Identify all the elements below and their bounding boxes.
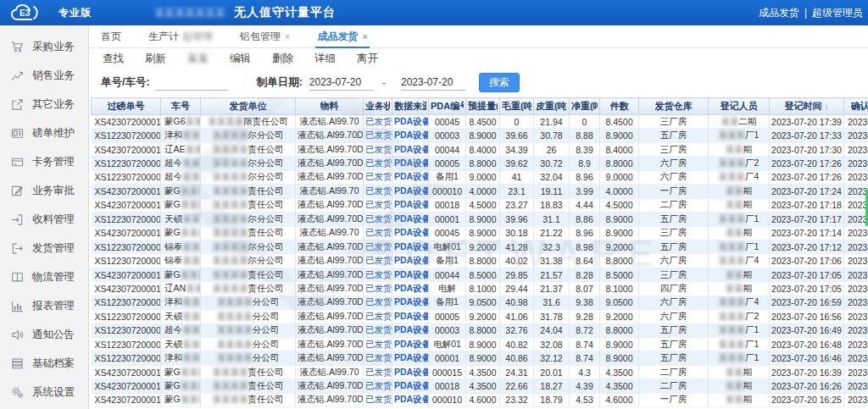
toolbar-button-刷新[interactable]: 刷新 [145, 52, 166, 66]
cell-gross-weight: 40.82 [500, 338, 534, 351]
cell-operator: 某某某厂4 [709, 254, 770, 268]
sidebar-item-receiving[interactable]: 收料管理 [0, 205, 88, 234]
sidebar-item-weighbill[interactable]: 磅单维护 [0, 119, 88, 147]
sidebar-item-archive[interactable]: 基础档案 [0, 349, 88, 378]
column-header-件数[interactable]: 件数 [600, 98, 639, 115]
column-header-确认时间[interactable]: 确认时间 [844, 98, 868, 115]
tab-铝包管理[interactable]: 铝包管理× [238, 25, 292, 47]
column-header-物料[interactable]: 物料 [296, 98, 364, 115]
cell-operator: 某某某厂4 [709, 296, 770, 309]
cell-bill-no: XS4230720000117 [92, 379, 161, 393]
cell-gross-weight: 41.06 [500, 310, 534, 323]
cell-gross-weight: 23.27 [500, 198, 534, 212]
tab-首页[interactable]: 首页 [99, 25, 123, 47]
toolbar-button-查找[interactable]: 查找 [103, 52, 124, 66]
cell-preset-qty: 8.9000 [466, 351, 500, 365]
table-row[interactable]: XS12230720000084津和某某某某某某某分公司液态铝.Al99.70D… [92, 351, 868, 365]
cell-status: 已发货 [364, 393, 392, 406]
cell-pieces: 8.9000 [600, 351, 639, 365]
table-row[interactable]: XS12230720000082锦泰某某某某某某某尔分公司液态铝.Al99.70… [92, 254, 868, 268]
sidebar-item-purchase[interactable]: 采购业务 [0, 32, 88, 61]
table-row[interactable]: XS12230720000089津和某某某某某某某尔分公司液态铝.Al99.70… [92, 129, 868, 142]
cell-warehouse: 一厂房 [639, 185, 709, 198]
table-row[interactable]: XS4230720000120蒙G6某某某某某某某限责任公司液态铝.Al99.7… [92, 115, 868, 129]
current-user-label[interactable]: 超级管理员 [812, 6, 863, 20]
cell-tare-weight: 20.01 [534, 365, 570, 379]
table-row[interactable]: XS4230720000115蒙G某某某某某某某责任公司液态铝.Al99.70已… [92, 365, 868, 379]
column-header-发货单位[interactable]: 发货单位 [201, 98, 296, 115]
toolbar-button-离开[interactable]: 离开 [357, 52, 378, 66]
table-row[interactable]: XS4230720000117蒙G某某某某某某某责任公司液态铝.Al99.70D… [92, 379, 868, 393]
cell-source: PDA设备 [392, 282, 429, 296]
cell-gross-weight: 41 [500, 170, 534, 184]
column-header-预提量(吨)[interactable]: 预提量(吨) [466, 98, 500, 115]
cell-warehouse: 五厂房 [639, 213, 709, 226]
tab-close-icon[interactable]: × [362, 31, 367, 41]
toolbar-button-删除[interactable]: 删除 [272, 52, 293, 66]
search-button[interactable]: 搜索 [479, 73, 520, 92]
tab-成品发货[interactable]: 成品发货× [315, 25, 369, 47]
cell-source: PDA设备 [392, 185, 429, 198]
sidebar-item-approval[interactable]: 业务审批 [0, 176, 88, 205]
table-row[interactable]: XS12230720000090超今某某某某某某某尔分公司液态铝.Al99.70… [92, 170, 868, 184]
sidebar-item-card[interactable]: 卡务管理 [0, 147, 88, 176]
cell-reg-time: 2023-07-20 17:14 [770, 226, 844, 240]
tab-close-icon[interactable]: × [285, 31, 290, 41]
sidebar-item-notice[interactable]: 通知公告 [0, 320, 88, 349]
column-header-过磅单号[interactable]: 过磅单号 [92, 98, 161, 115]
cell-preset-qty: 8.9000 [466, 213, 500, 226]
toolbar-button-详细[interactable]: 详细 [314, 52, 336, 66]
cell-status: 已发货 [364, 379, 392, 393]
current-module-label[interactable]: 成品发货 [759, 6, 799, 20]
sidebar-item-settings[interactable]: 系统设置 [0, 378, 88, 406]
table-row[interactable]: XS4230720000119辽AN某某某某某某某责任公司液态铝.Al99.70… [92, 282, 868, 296]
table-row[interactable]: XS12230720000088超今某某某某某某某尔分公司液态铝.Al99.70… [92, 157, 868, 170]
column-header-数据来源[interactable]: 数据来源 [392, 98, 429, 115]
cell-net-weight: 8.74 [570, 351, 600, 365]
table-row[interactable]: XS12230720000085超今某某某某某某某分公司液态铝.Al99.70D… [92, 323, 868, 337]
cell-bill-no: XS4230720000109 [92, 226, 161, 240]
table-header-row: 过磅单号车号发货单位物料业务状态数据来源PDA编号预提量(吨)毛重(吨)皮重(吨… [92, 98, 868, 115]
column-header-发货仓库[interactable]: 发货仓库 [639, 98, 709, 115]
column-header-PDA编号[interactable]: PDA编号 [429, 98, 466, 115]
sidebar-item-shipping[interactable]: 发货管理 [0, 234, 88, 263]
cell-operator: 某某某厂2 [709, 310, 770, 323]
sidebar-item-sales[interactable]: 销售业务 [0, 61, 88, 90]
table-row[interactable]: XS4230720000113蒙G某某某某某某某责任公司液态铝.Al99.70D… [92, 268, 868, 281]
toolbar-button-某某[interactable]: 某某 [187, 52, 209, 66]
table-row[interactable]: XS12230720000086锦泰某某某某某某某尔分公司液态铝.Al99.70… [92, 240, 868, 253]
cell-bill-no: XS12230720000086 [92, 240, 161, 253]
column-header-业务状态[interactable]: 业务状态 [364, 98, 392, 115]
cell-gross-weight: 40.86 [500, 351, 534, 365]
column-header-车号[interactable]: 车号 [161, 98, 201, 115]
table-row[interactable]: XS12230720000087津和某某某某某某某分公司液态铝.Al99.70D… [92, 296, 868, 309]
cell-plate: 蒙G某某某 [161, 198, 201, 212]
column-header-毛重(吨)[interactable]: 毛重(吨) [500, 98, 534, 115]
table-row[interactable]: XS12230720000083天硕某某某某某某某分公司液态铝.Al99.70D… [92, 310, 868, 323]
column-header-登记时间[interactable]: 登记时间 ↓ [770, 98, 844, 115]
column-header-净重(吨)[interactable]: 净重(吨) [570, 98, 600, 115]
cell-bill-no: XS12230720000089 [92, 129, 161, 142]
table-row[interactable]: XS4230720000123蒙G某某某某某某某责任公司液态铝.Al99.70D… [92, 198, 868, 212]
toolbar-button-编辑[interactable]: 编辑 [230, 52, 251, 66]
sidebar-item-report[interactable]: 报表管理 [0, 291, 88, 320]
cell-material: 液态铝.Al99.70DT [296, 157, 364, 170]
tab-生产计[interactable]: 生产计划管理 [147, 25, 214, 47]
table-row[interactable]: XS4230720000109蒙G某某某某某某某责任公司液态铝.Al99.70已… [92, 226, 868, 240]
cell-confirm-time: 2023-07 [844, 240, 868, 253]
column-header-登记人员[interactable]: 登记人员 [709, 98, 770, 115]
table-row[interactable]: XS4230720000116辽AE某某某某某某某责任公司液态铝.Al99.70… [92, 142, 868, 156]
bill-no-input[interactable] [155, 75, 228, 91]
table-row[interactable]: XS12230720000080天硕某某某某某某某尔分公司液态铝.Al99.70… [92, 213, 868, 226]
sidebar-item-logistics[interactable]: 物流管理 [0, 263, 88, 291]
date-to-input[interactable] [401, 75, 465, 91]
table-row[interactable]: XS12230720000079天硕某某某某某某某分公司液态铝.Al99.70D… [92, 338, 868, 351]
column-header-皮重(吨)[interactable]: 皮重(吨) [534, 98, 570, 115]
sidebar-item-other[interactable]: 其它业务 [0, 90, 88, 119]
cell-gross-weight: 39.62 [500, 157, 534, 170]
table-row[interactable]: XS4230720000111蒙G某某某某某某某责任公司液态铝.Al99.70D… [92, 393, 868, 406]
date-from-input[interactable] [309, 75, 374, 91]
cell-preset-qty: 8.9000 [466, 338, 500, 351]
table-row[interactable]: XS4230720000124蒙G某某某某某某某责任公司液态铝.Al99.70已… [92, 185, 868, 198]
cell-operator: 某某期 [709, 365, 770, 379]
